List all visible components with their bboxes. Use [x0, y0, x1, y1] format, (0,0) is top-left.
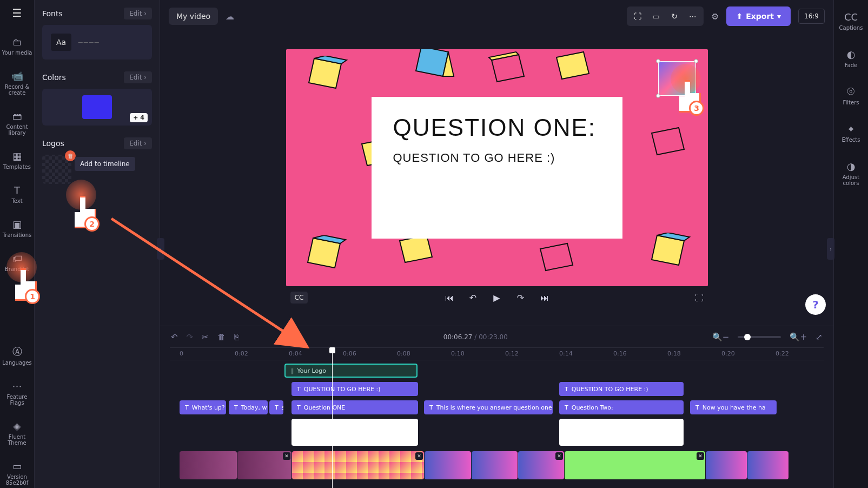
resize-handle[interactable] [656, 59, 660, 63]
video-clip[interactable] [425, 451, 471, 479]
clip-question-here[interactable]: TQUESTION TO GO HERE :) [559, 382, 684, 396]
clip-answer[interactable]: TThis is where you answer question one [424, 400, 553, 414]
font-card[interactable]: Aa ———— [42, 25, 152, 60]
fonts-title: Fonts [42, 9, 63, 18]
rail-your-media[interactable]: 🗀Your media [1, 34, 34, 58]
rail-templates[interactable]: ▦Templates [2, 148, 32, 172]
video-clip[interactable] [706, 451, 747, 479]
language-icon: Ⓐ [11, 346, 23, 358]
playhead[interactable] [332, 347, 333, 488]
rail-adjust-colors[interactable]: ◑Adjust colors [834, 158, 868, 188]
filters-icon: ⦾ [845, 85, 857, 97]
rail-version[interactable]: ▭Version 85e2b0f [0, 458, 34, 488]
aspect-ratio-button[interactable]: 16:9 [798, 9, 825, 24]
clip-s[interactable]: Ts [269, 400, 283, 414]
cc-button[interactable]: CC [290, 292, 308, 304]
sync-icon[interactable]: ☁ [226, 11, 234, 22]
ruler-tick: 0:04 [289, 350, 302, 357]
clip-question-one[interactable]: TQuestion ONE [291, 400, 418, 414]
video-clip[interactable]: ✕ [565, 451, 705, 479]
color-card[interactable]: + 4 [42, 89, 152, 126]
cube-decor [303, 56, 349, 101]
timeline-ruler[interactable]: 0 0:02 0:04 0:06 0:08 0:10 0:12 0:14 0:1… [170, 347, 824, 360]
rail-record-create[interactable]: 📹Record & create [0, 68, 34, 98]
zoom-in-icon[interactable]: 🔍+ [790, 332, 807, 342]
rail-label: Templates [3, 164, 31, 170]
video-clip[interactable] [747, 451, 789, 479]
skip-forward-icon[interactable]: ↷ [515, 293, 527, 303]
redo-icon[interactable]: ↷ [187, 332, 194, 342]
zoom-knob[interactable] [744, 334, 751, 340]
zoom-out-icon[interactable]: 🔍− [712, 332, 730, 342]
logos-edit-button[interactable]: Edit › [124, 137, 152, 149]
resize-handle[interactable] [656, 94, 660, 98]
text-icon: T [11, 184, 23, 196]
ruler-tick: 0:12 [505, 350, 519, 357]
rail-captions[interactable]: CCCaptions [838, 9, 864, 33]
resize-handle[interactable] [694, 94, 698, 98]
colors-edit-button[interactable]: Edit › [124, 71, 152, 83]
clip-question-two[interactable]: TQuestion Two: [559, 400, 684, 414]
aspect-icon[interactable]: ▭ [648, 10, 664, 23]
video-clip[interactable]: ✕ [518, 451, 564, 479]
video-clip[interactable]: ✕ [292, 451, 424, 479]
play-icon[interactable]: ▶ [491, 293, 503, 303]
delete-logo-button[interactable]: 🗑 [65, 150, 76, 161]
video-track: ✕ ✕ ✕ ✕ [180, 451, 824, 482]
rail-languages[interactable]: ⒶLanguages [1, 344, 33, 368]
split-icon[interactable]: ✂ [202, 332, 209, 342]
skip-end-icon[interactable]: ⏭ [539, 293, 551, 303]
fit-icon[interactable]: ⤢ [816, 332, 823, 342]
rail-feature-flags[interactable]: ⋯Feature Flags [0, 378, 34, 408]
rail-fade[interactable]: ◐Fade [844, 46, 858, 70]
clip-question-here[interactable]: TQUESTION TO GO HERE :) [291, 382, 418, 396]
logo-thumbnail[interactable]: 🗑 [42, 155, 71, 184]
collapse-right-button[interactable]: › [827, 238, 834, 260]
zoom-slider[interactable] [738, 336, 781, 338]
rail-content-library[interactable]: 🗃Content library [0, 108, 34, 138]
skip-start-icon[interactable]: ⏮ [443, 293, 455, 303]
question-title: Question One: [393, 114, 601, 141]
menu-icon[interactable]: ☰ [12, 6, 22, 19]
font-sample: Aa [51, 34, 71, 51]
clip-white-bg[interactable] [291, 419, 418, 446]
rail-text[interactable]: TText [10, 182, 24, 206]
export-button[interactable]: ⬆ Export ▾ [726, 6, 791, 26]
help-button[interactable]: ? [805, 294, 826, 315]
rail-filters[interactable]: ⦾Filters [842, 83, 860, 108]
resize-handle[interactable] [694, 59, 698, 63]
folder-icon: 🗀 [11, 36, 23, 48]
transition-icon[interactable]: ✕ [697, 452, 704, 460]
clip-label: Your Logo [297, 367, 326, 374]
transition-icon[interactable]: ✕ [415, 452, 423, 460]
rail-label: Fluent Theme [1, 434, 33, 446]
fullscreen-icon[interactable]: ⛶ [695, 293, 704, 303]
skip-back-icon[interactable]: ↶ [467, 293, 479, 303]
rotate-icon[interactable]: ↻ [667, 10, 682, 23]
clip-now-have[interactable]: TNow you have the ha [690, 400, 777, 414]
clip-your-logo[interactable]: ‖Your Logo [284, 364, 418, 378]
video-clip[interactable] [472, 451, 518, 479]
duplicate-icon[interactable]: ⎘ [234, 332, 239, 342]
rail-transitions[interactable]: ▣Transitions [2, 216, 33, 240]
more-icon[interactable]: ⋯ [685, 10, 700, 23]
crop-icon[interactable]: ⛶ [630, 10, 645, 23]
rail-brand-kit[interactable]: 🏷Brand kit [4, 250, 30, 274]
delete-icon[interactable]: 🗑 [217, 332, 226, 342]
project-title[interactable]: My video [169, 8, 218, 25]
clip-today[interactable]: TToday, w [229, 400, 268, 414]
clip-white-bg[interactable] [559, 419, 684, 446]
rail-effects[interactable]: ✦Effects [841, 121, 862, 145]
gear-icon[interactable]: ⚙ [711, 11, 719, 22]
rail-fluent-theme[interactable]: ◈Fluent Theme [0, 418, 34, 448]
fonts-edit-button[interactable]: Edit › [124, 8, 152, 19]
clip-whats-up[interactable]: TWhat's up? [180, 400, 226, 414]
selected-logo[interactable] [658, 61, 696, 96]
transition-icon[interactable]: ✕ [555, 452, 563, 460]
timeline[interactable]: 0 0:02 0:04 0:06 0:08 0:10 0:12 0:14 0:1… [160, 347, 833, 488]
video-clip[interactable]: ✕ [237, 451, 291, 479]
video-clip[interactable] [180, 451, 237, 479]
undo-icon[interactable]: ↶ [171, 332, 178, 342]
canvas-preview[interactable]: Question One: Question to go here :) [286, 49, 708, 286]
transition-icon[interactable]: ✕ [283, 452, 290, 460]
